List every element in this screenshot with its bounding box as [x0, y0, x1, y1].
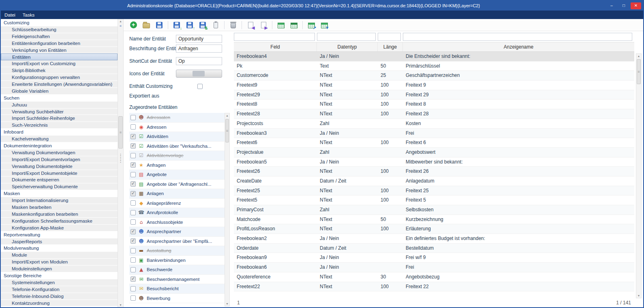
- entity-row[interactable]: ☑Aktivitäten: [129, 132, 225, 142]
- sidebar-item[interactable]: Entitätenkonfiguration bearbeiten: [1, 40, 118, 47]
- sidebar-group[interactable]: Suchen: [1, 95, 118, 102]
- entity-row[interactable]: ☎Anrufprotokolle: [129, 208, 225, 218]
- menu-datei[interactable]: Datei: [1, 12, 19, 18]
- entity-checkbox[interactable]: [131, 181, 136, 187]
- entity-checkbox[interactable]: [131, 172, 136, 177]
- entity-checkbox[interactable]: [131, 267, 136, 272]
- sidebar-item[interactable]: Telefonie-Inbound-Dialog: [1, 293, 118, 300]
- entity-checkbox[interactable]: [131, 143, 136, 149]
- table-row[interactable]: Freeboolean4Ja / NeinDie Entscheider sin…: [234, 52, 634, 62]
- sidebar-item[interactable]: Speicherverwaltung Dokumente: [1, 183, 118, 190]
- table-row[interactable]: Freetext28NText100Freitext 28: [234, 109, 634, 119]
- sidebar-group[interactable]: Modulverwaltung: [1, 245, 118, 252]
- table-row[interactable]: CustomercodeNText25Geschäftspartnerzeich…: [234, 71, 634, 81]
- delete-button[interactable]: [227, 20, 239, 30]
- table-row[interactable]: MatchcodeNText50Kurzbezeichnung: [234, 215, 634, 225]
- contains-customizing-checkbox[interactable]: [197, 84, 203, 89]
- sidebar-item[interactable]: Import Internationalisierung: [1, 197, 118, 204]
- sidebar-item[interactable]: Verwaltung Dokumentobjekte: [1, 163, 118, 170]
- filter-input[interactable]: [317, 33, 376, 41]
- entity-icons-button[interactable]: [176, 70, 222, 78]
- entity-checkbox[interactable]: [131, 124, 136, 130]
- table-row[interactable]: Freeboolean6Ja / NeinFrei: [234, 263, 634, 272]
- entity-row[interactable]: ◉Adressen: [129, 123, 225, 132]
- entity-checkbox[interactable]: [131, 200, 136, 206]
- table-row[interactable]: Freeboolean9Ja / NeinFrei w/f 9: [234, 253, 634, 263]
- entity-row[interactable]: ▬Ausstattung: [129, 246, 225, 256]
- sidebar-group[interactable]: Sonstige Bereiche: [1, 272, 118, 279]
- entity-checkbox[interactable]: [131, 276, 136, 282]
- save-sync-button[interactable]: ⇅: [197, 20, 209, 30]
- collapse-sidebar-button[interactable]: «: [118, 24, 123, 28]
- entity-checkbox[interactable]: [131, 257, 136, 263]
- table-row[interactable]: Freeboolean3Ja / NeinFrei: [234, 129, 634, 138]
- menu-tasks[interactable]: Tasks: [19, 12, 38, 18]
- scroll-down-icon[interactable]: ▼: [118, 304, 123, 306]
- page-back-button[interactable]: ◀: [244, 20, 257, 30]
- scroll-up-icon[interactable]: ▲: [636, 55, 641, 57]
- sidebar-item[interactable]: Verwaltung Dokumentvorlagen: [1, 149, 118, 156]
- filter-input[interactable]: [234, 33, 315, 41]
- table-row[interactable]: Freeboolean5Ja / NeinMitbewerber sind be…: [234, 157, 634, 167]
- entity-row[interactable]: ☑Aktivitäten über "Verkaufscha...: [129, 142, 225, 151]
- entity-checkbox[interactable]: [131, 229, 136, 234]
- column-header[interactable]: Datentyp: [317, 42, 378, 51]
- entity-checkbox[interactable]: [131, 153, 136, 158]
- sidebar-item[interactable]: Globale Variablen: [1, 88, 118, 95]
- table-alt-button[interactable]: [288, 20, 300, 30]
- sidebar-item[interactable]: Verwaltung Suchbehälter: [1, 108, 118, 115]
- save-button[interactable]: [153, 20, 165, 30]
- table-row[interactable]: PkText50Primärschlüssel: [234, 62, 634, 71]
- sidebar-scrollbar[interactable]: ▲ « ≡ ⋮⋮ ▼: [118, 19, 124, 307]
- sidebar-item[interactable]: Konfiguration App-Maske: [1, 225, 118, 232]
- entity-caption-input[interactable]: [176, 45, 222, 53]
- column-header[interactable]: Feld: [234, 42, 317, 51]
- sidebar-item[interactable]: Erweiterte Einstellungen (Anwendungsvari…: [1, 81, 118, 88]
- entity-row[interactable]: ☑Aktivitätenvorlage: [129, 151, 225, 161]
- table-row[interactable]: OrderdateDatum / ZeitBestelldatum: [234, 244, 634, 253]
- table-row[interactable]: PrimaryCostZahlSelbstkosten: [234, 205, 634, 215]
- entity-checkbox[interactable]: [131, 191, 136, 196]
- entity-row[interactable]: ▤Angebote über "Anfragenschl...: [129, 180, 225, 189]
- sidebar-item[interactable]: Schlüsselbearbeitung: [1, 26, 118, 33]
- entity-row[interactable]: ☻Ansprechpartner über "Empfä...: [129, 237, 225, 246]
- entity-row[interactable]: ▣Bankverbindungen: [129, 256, 225, 266]
- page-forward-button[interactable]: ▶: [257, 20, 270, 30]
- entity-list-scrollbar[interactable]: ▲ ≡ ▼: [225, 113, 230, 306]
- save-export-button[interactable]: ↑: [184, 20, 196, 30]
- sidebar-item[interactable]: Verknüpfung von Entitäten: [1, 47, 118, 54]
- sidebar-item[interactable]: JasperReports: [1, 238, 118, 245]
- sidebar-item[interactable]: Import/Export Dokumentvorlagen: [1, 156, 118, 163]
- sidebar-item[interactable]: Such-Verzeichnis: [1, 122, 118, 129]
- sidebar-item[interactable]: Import/Export Dokumentobjekte: [1, 170, 118, 177]
- sidebar-item[interactable]: Moduleinstellungen: [1, 266, 118, 272]
- scroll-up-icon[interactable]: ▲: [225, 114, 229, 117]
- entity-checkbox[interactable]: [131, 210, 136, 215]
- save-import-button[interactable]: ↓: [171, 20, 183, 30]
- sidebar-group[interactable]: Masken: [1, 190, 118, 197]
- entity-row[interactable]: ✉Besuchsbericht: [129, 284, 225, 294]
- entity-row[interactable]: ▤Angebote: [129, 170, 225, 180]
- sidebar-item[interactable]: Juhuuu: [1, 102, 118, 108]
- table-export-button[interactable]: ↗: [305, 20, 317, 30]
- entity-checkbox[interactable]: [131, 162, 136, 168]
- entity-row[interactable]: ☻Adressaten: [129, 113, 225, 123]
- entity-shortcut-input[interactable]: [176, 57, 222, 65]
- sidebar-item[interactable]: Kachelverwaltung: [1, 136, 118, 142]
- sidebar-item[interactable]: Import/Export von Customizing: [1, 60, 118, 67]
- table-row[interactable]: ProjectcostsZahlKosten: [234, 119, 634, 129]
- column-header[interactable]: Anzeigename: [403, 42, 634, 51]
- maximize-button[interactable]: □: [618, 2, 629, 9]
- table-row[interactable]: Freetext25NText100Freitext 25: [234, 186, 634, 196]
- entity-checkbox[interactable]: [131, 115, 136, 120]
- table-row[interactable]: Freetext26NText100Freitext 26: [234, 167, 634, 176]
- filter-input[interactable]: [378, 33, 401, 41]
- sidebar-item[interactable]: Skript-Bibliothek: [1, 67, 118, 74]
- sidebar-item[interactable]: Systemeinstellungen: [1, 279, 118, 286]
- sidebar-item[interactable]: Masken bearbeiten: [1, 204, 118, 211]
- open-folder-button[interactable]: [140, 20, 152, 30]
- sidebar-item[interactable]: Import Suchfelder-Reihenfolge: [1, 115, 118, 122]
- table-row[interactable]: QuotereferenceNText30Angebotsbezug: [234, 272, 634, 282]
- scroll-down-icon[interactable]: ▼: [225, 302, 229, 305]
- entity-row[interactable]: ◆Anlagepräferenz: [129, 199, 225, 208]
